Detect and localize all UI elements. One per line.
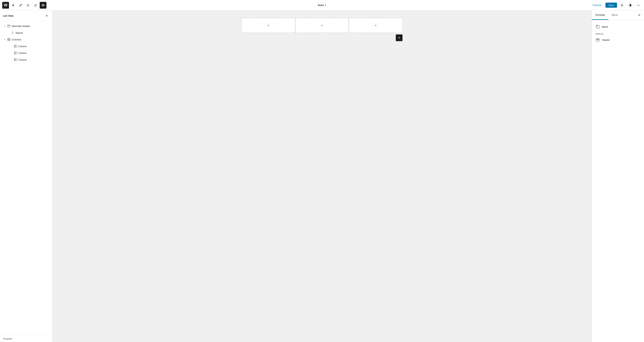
toolbar-right: Preview Save [590, 2, 642, 8]
column-3-label: Column [18, 58, 27, 61]
dropdown-arrow-icon: ▾ [325, 4, 326, 6]
area-header-label: Header [602, 38, 610, 41]
list-view-button[interactable] [40, 2, 46, 8]
toolbar: W [0, 0, 644, 10]
svg-point-5 [622, 5, 622, 5]
save-button[interactable]: Save [606, 2, 617, 8]
edit-button[interactable] [17, 2, 24, 8]
tree-item-columns[interactable]: Columns [0, 36, 52, 43]
svg-rect-29 [597, 26, 598, 26]
page-title-dropdown[interactable]: Blank ▾ [316, 2, 328, 8]
right-tabs: Template Block [592, 10, 636, 20]
spacer-icon [11, 31, 14, 34]
canvas-add-row: + [242, 34, 402, 41]
tab-block[interactable]: Block [608, 10, 621, 20]
right-sidebar-content: Blank AREAS Header [592, 20, 644, 342]
sidebar-header: List View ✕ [0, 10, 52, 21]
svg-rect-11 [8, 26, 10, 27]
add-block-icon-3: + [374, 23, 377, 28]
add-new-block-icon: + [398, 36, 400, 40]
tree-item-column-3[interactable]: Column [0, 56, 52, 63]
right-sidebar-header: Template Block ✕ [592, 10, 644, 20]
page-title-label: Blank [318, 4, 324, 6]
alternate-header-label: Alternate Header [12, 25, 30, 27]
column-1-label: Column [18, 45, 27, 48]
column-icon [14, 58, 17, 61]
tree-container: Alternate Header Spacer [0, 21, 52, 336]
add-block-icon-1: + [267, 23, 270, 28]
more-options-button[interactable] [635, 2, 642, 8]
tree-item-column-1[interactable]: Column [0, 43, 52, 49]
columns-icon [7, 38, 10, 41]
svg-rect-30 [596, 38, 599, 39]
tree-item-column-2[interactable]: Column [0, 49, 52, 56]
svg-point-9 [639, 5, 640, 5]
undo-button[interactable] [25, 2, 32, 8]
settings-button[interactable] [618, 2, 625, 8]
columns-row: + + + [242, 18, 402, 33]
canvas-column-3[interactable]: + [349, 18, 402, 33]
column-2-label: Column [18, 52, 27, 54]
svg-rect-2 [42, 4, 44, 5]
areas-heading: AREAS [595, 30, 641, 36]
spacer-label: Spacer [15, 31, 23, 34]
chevron-down-icon [3, 24, 6, 27]
sidebar-title: List View [3, 14, 14, 17]
add-block-icon-2: + [321, 23, 323, 28]
tree-item-alternate-header[interactable]: Alternate Header [0, 23, 52, 29]
template-blank-item[interactable]: Blank [595, 23, 641, 30]
svg-rect-31 [596, 40, 599, 41]
contrast-icon [628, 3, 632, 7]
svg-rect-15 [9, 38, 10, 41]
area-header-icon [596, 38, 600, 42]
add-block-button[interactable] [10, 2, 16, 8]
ellipsis-icon [637, 3, 640, 7]
main-area: List View ✕ Alternate Header [0, 10, 644, 342]
gear-icon [620, 3, 624, 7]
template-blank-label: Blank [602, 25, 608, 28]
list-view-icon [41, 3, 45, 7]
right-sidebar-close-button[interactable]: ✕ [636, 12, 642, 18]
sidebar-close-button[interactable]: ✕ [44, 13, 49, 18]
wp-logo-button[interactable]: W [2, 2, 9, 8]
svg-point-8 [638, 5, 639, 5]
contrast-button[interactable] [627, 2, 634, 8]
columns-label: Columns [12, 38, 21, 41]
svg-rect-4 [42, 6, 44, 6]
redo-button[interactable] [32, 2, 39, 8]
canvas: + + + + [52, 10, 592, 342]
chevron-down-icon [3, 38, 6, 41]
toolbar-center: Blank ▾ [316, 2, 328, 8]
pencil-icon [19, 3, 22, 7]
add-new-block-button[interactable]: + [396, 34, 402, 41]
svg-rect-10 [8, 25, 10, 25]
tab-template[interactable]: Template [592, 10, 608, 20]
plus-icon [12, 3, 15, 7]
column-icon [14, 44, 17, 48]
right-sidebar: Template Block ✕ Blank AREAS [592, 10, 644, 342]
canvas-column-1[interactable]: + [242, 18, 295, 33]
toolbar-left: W [2, 2, 589, 8]
svg-rect-1 [12, 5, 14, 5]
sidebar-footer: Template [0, 336, 52, 342]
svg-rect-13 [8, 38, 8, 41]
template-blank-icon [596, 24, 600, 29]
svg-point-7 [637, 5, 638, 5]
column-icon [14, 51, 17, 55]
svg-rect-14 [8, 38, 9, 41]
undo-icon [26, 3, 30, 7]
footer-label: Template [3, 338, 12, 340]
tree-item-spacer[interactable]: Spacer [0, 29, 52, 36]
redo-icon [34, 3, 37, 7]
left-sidebar: List View ✕ Alternate Header [0, 10, 52, 342]
canvas-column-2[interactable]: + [295, 18, 349, 33]
svg-rect-3 [42, 5, 44, 5]
layout-icon [7, 24, 10, 28]
preview-button[interactable]: Preview [590, 2, 604, 8]
area-header-item[interactable]: Header [595, 36, 641, 43]
